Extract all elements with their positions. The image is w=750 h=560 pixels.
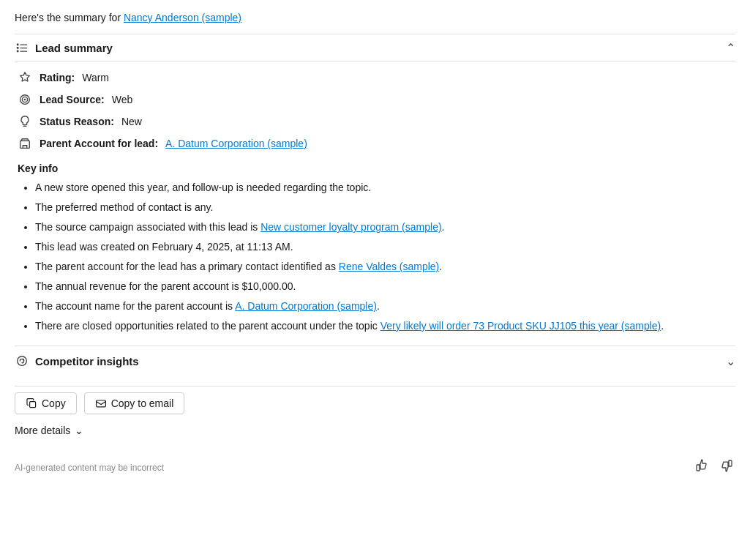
actions-row: Copy Copy to email xyxy=(15,386,735,414)
opportunity-link[interactable]: Very likely will order 73 Product SKU JJ… xyxy=(380,320,661,332)
competitor-header: Competitor insights ⌄ xyxy=(15,346,735,376)
lead-summary-chevron[interactable]: ⌃ xyxy=(726,41,735,55)
parent-account-row: Parent Account for lead: A. Datum Corpor… xyxy=(15,136,735,151)
copy-to-email-label: Copy to email xyxy=(111,397,174,409)
rating-label: Rating: xyxy=(40,72,75,83)
key-info-item-7: The account name for the parent account … xyxy=(35,300,380,312)
target-icon xyxy=(18,92,32,107)
rating-row: Rating: Warm xyxy=(15,70,735,85)
svg-rect-9 xyxy=(20,141,30,148)
svg-point-8 xyxy=(24,99,26,101)
key-info-title: Key info xyxy=(18,163,735,174)
key-info-item-2: The preferred method of contact is any. xyxy=(35,201,213,213)
fields-container: Rating: Warm Lead Source: Web Status Rea… xyxy=(15,70,735,151)
key-info-item-8: There are closed opportunities related t… xyxy=(35,320,664,332)
parent-account-label: Parent Account for lead: xyxy=(40,138,158,149)
ai-disclaimer: AI-generated content may be incorrect xyxy=(15,463,164,473)
intro-text: Here's the summary for xyxy=(15,12,121,23)
footer-row: AI-generated content may be incorrect xyxy=(15,451,735,478)
lead-summary-title: Lead summary xyxy=(35,42,113,54)
lightbulb-icon xyxy=(18,114,32,129)
list-item: The preferred method of contact is any. xyxy=(35,200,735,215)
svg-point-10 xyxy=(18,356,27,366)
more-details-row[interactable]: More details ⌄ xyxy=(15,425,735,436)
key-info-item-4: This lead was created on February 4, 202… xyxy=(35,241,293,253)
more-details-chevron: ⌄ xyxy=(75,425,83,436)
more-details-label: More details xyxy=(15,425,70,436)
thumbs-up-button[interactable] xyxy=(693,457,710,478)
svg-rect-1 xyxy=(20,45,27,45)
lead-source-row: Lead Source: Web xyxy=(15,92,735,107)
competitor-icon xyxy=(15,354,29,368)
list-item: This lead was created on February 4, 202… xyxy=(35,239,735,255)
star-icon xyxy=(18,70,32,85)
key-info-item-6: The annual revenue for the parent accoun… xyxy=(35,280,296,292)
parent-account-link[interactable]: A. Datum Corporation (sample) xyxy=(165,138,307,149)
email-icon xyxy=(95,397,107,409)
svg-rect-12 xyxy=(96,400,105,407)
lead-summary-header-left: Lead summary xyxy=(15,40,113,55)
key-info-list: A new store opened this year, and follow… xyxy=(18,180,735,334)
lead-summary-icon xyxy=(15,40,29,55)
key-info-section: Key info A new store opened this year, a… xyxy=(15,163,735,334)
svg-rect-4 xyxy=(17,51,19,53)
copy-icon xyxy=(26,397,37,409)
lead-source-label: Lead Source: xyxy=(40,94,105,105)
status-reason-label: Status Reason: xyxy=(40,116,114,127)
svg-rect-3 xyxy=(20,48,27,48)
key-info-item-5: The parent account for the lead has a pr… xyxy=(35,261,442,272)
copy-button[interactable]: Copy xyxy=(15,392,77,414)
contact-link[interactable]: Rene Valdes (sample) xyxy=(339,261,439,272)
list-item: The source campaign associated with this… xyxy=(35,220,735,235)
status-reason-value: New xyxy=(121,116,142,127)
lead-source-value: Web xyxy=(112,94,133,105)
person-link[interactable]: Nancy Anderson (sample) xyxy=(124,12,241,23)
feedback-icons xyxy=(693,457,735,478)
status-reason-row: Status Reason: New xyxy=(15,114,735,129)
copy-to-email-button[interactable]: Copy to email xyxy=(84,392,185,414)
list-item: A new store opened this year, and follow… xyxy=(35,180,735,195)
lead-summary-header: Lead summary ⌃ xyxy=(15,34,735,61)
list-item: There are closed opportunities related t… xyxy=(35,318,735,334)
campaign-link[interactable]: New customer loyalty program (sample) xyxy=(260,221,441,233)
key-info-item-3: The source campaign associated with this… xyxy=(35,221,444,233)
thumbs-down-icon xyxy=(719,458,734,473)
competitor-header-left: Competitor insights xyxy=(15,354,139,368)
building-icon xyxy=(18,136,32,151)
intro-line: Here's the summary for Nancy Anderson (s… xyxy=(15,12,735,23)
list-item: The parent account for the lead has a pr… xyxy=(35,259,735,275)
svg-rect-2 xyxy=(17,47,19,49)
competitor-chevron[interactable]: ⌄ xyxy=(726,354,735,368)
svg-rect-0 xyxy=(17,44,19,46)
list-item: The account name for the parent account … xyxy=(35,299,735,314)
account-link[interactable]: A. Datum Corporation (sample) xyxy=(235,300,377,312)
copy-label: Copy xyxy=(42,397,66,409)
thumbs-up-icon xyxy=(694,458,709,473)
rating-value: Warm xyxy=(82,72,109,83)
svg-rect-5 xyxy=(20,51,27,52)
thumbs-down-button[interactable] xyxy=(718,457,735,478)
key-info-item-1: A new store opened this year, and follow… xyxy=(35,182,371,193)
competitor-section: Competitor insights ⌄ xyxy=(15,346,735,376)
svg-rect-11 xyxy=(30,402,36,408)
list-item: The annual revenue for the parent accoun… xyxy=(35,279,735,294)
competitor-title: Competitor insights xyxy=(35,355,139,367)
